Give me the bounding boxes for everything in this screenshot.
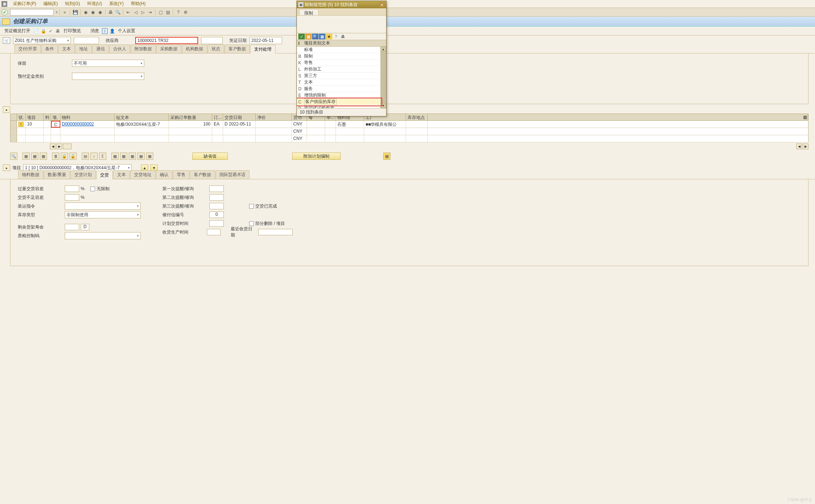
layout-icon[interactable]: ▤: [165, 9, 171, 16]
export-icon[interactable]: ▦: [120, 153, 127, 160]
messages-button[interactable]: 消息: [89, 27, 101, 35]
grid-col-header[interactable]: 库存地点: [406, 114, 428, 120]
grid-col-header[interactable]: 订...: [212, 114, 223, 120]
popup-list-item[interactable]: 标准: [297, 47, 386, 53]
popup-list-item[interactable]: C客户供应的库存: [297, 99, 386, 105]
tab-purchase-data[interactable]: 采购数据: [156, 44, 182, 53]
cart-icon[interactable]: 🛒: [3, 37, 10, 44]
popup-tool4-icon[interactable]: ★: [326, 34, 332, 39]
print-icon[interactable]: 🖶: [107, 9, 114, 16]
check-icon[interactable]: ✓: [48, 28, 54, 34]
table-row[interactable]: !10CD000000000002电极/30X20X44/五星-7100EAD …: [10, 121, 808, 128]
personal-settings-icon[interactable]: 👤: [109, 28, 115, 34]
first-page-icon[interactable]: ⇤: [125, 9, 132, 16]
undertol-field[interactable]: [65, 194, 79, 201]
grid-col-header[interactable]: 净价: [256, 114, 292, 120]
grid-col-header[interactable]: 料: [44, 114, 51, 120]
last-gr-field[interactable]: [258, 229, 293, 235]
lock-icon[interactable]: 🔒: [61, 153, 68, 160]
table-row[interactable]: CNY: [10, 135, 808, 142]
grid-col-header[interactable]: 采购订单数量: [169, 114, 212, 120]
tab-conditions[interactable]: 条件: [41, 44, 58, 53]
popup-list-item[interactable]: E增强的限制: [297, 92, 386, 99]
command-field[interactable]: [10, 9, 54, 16]
popup-ok-icon[interactable]: ✓: [298, 34, 305, 39]
tab-customer-data2[interactable]: 客户数据: [190, 170, 215, 179]
last-page-icon[interactable]: ⇥: [147, 9, 153, 16]
expand-header-icon[interactable]: ▸: [3, 106, 10, 113]
vendor-field[interactable]: 10000021 TR32: [135, 37, 198, 44]
filter-icon[interactable]: ▤: [82, 153, 89, 160]
info-icon[interactable]: i: [102, 28, 108, 34]
reminder3-field[interactable]: [209, 203, 224, 209]
sort-icon[interactable]: ↕: [90, 153, 98, 160]
shelflife-field[interactable]: [65, 224, 79, 230]
scroll-thumb[interactable]: [63, 144, 72, 149]
tab-delivery[interactable]: 交货: [96, 171, 113, 179]
vendor-extra-field[interactable]: [201, 37, 223, 44]
popup-tool3-icon[interactable]: ▦: [319, 34, 325, 39]
tab-address[interactable]: 地址: [75, 44, 92, 53]
grid-col-header[interactable]: 物料: [60, 114, 115, 120]
gr-proc-field[interactable]: [207, 229, 221, 235]
personal-settings-button[interactable]: 个人设置: [116, 27, 137, 35]
dunning-field[interactable]: 0: [209, 212, 224, 218]
expand-item-icon[interactable]: ▸: [3, 165, 10, 171]
table-row[interactable]: CNY: [10, 128, 808, 135]
variant-icon[interactable]: ▦: [146, 153, 153, 160]
shipinstr-combo[interactable]: ▾: [65, 202, 141, 210]
popup-tab-restrict[interactable]: 限制: [299, 9, 319, 15]
tab-material-data[interactable]: 物料数据: [18, 170, 43, 179]
menu-help[interactable]: 帮助(H): [127, 0, 149, 8]
unlock-icon[interactable]: 🔓: [69, 153, 77, 160]
popup-print-icon[interactable]: 🖶: [340, 34, 346, 39]
reminder1-field[interactable]: [209, 185, 224, 192]
tab-additional-data[interactable]: 附加数据: [131, 44, 156, 53]
tab-communication[interactable]: 通信: [92, 44, 109, 53]
tab-delivery-addr[interactable]: 交货地址: [130, 170, 155, 179]
insert-icon[interactable]: ▦: [22, 153, 30, 160]
tab-partners[interactable]: 合伙人: [109, 44, 130, 53]
popup-list-item[interactable]: S第三方: [297, 73, 386, 79]
popup-tool1-icon[interactable]: ▦: [305, 34, 312, 39]
planned-deliv-field[interactable]: [209, 220, 224, 227]
addl-planning-button[interactable]: 附加计划编制: [292, 153, 341, 160]
menu-env[interactable]: 环境(U): [84, 0, 106, 8]
scroll-left2-icon[interactable]: ◀: [796, 144, 802, 149]
grid-col-header[interactable]: 短文本: [115, 114, 169, 120]
popup-list-item[interactable]: K寄售: [297, 60, 386, 66]
stocktype-combo[interactable]: 非限制使用▾: [65, 211, 141, 218]
overtol-field[interactable]: [65, 185, 79, 192]
po-number-field[interactable]: [74, 37, 99, 44]
copy-icon[interactable]: ▦: [31, 153, 38, 160]
grid-col-header[interactable]: 交货日期: [223, 114, 256, 120]
print-preview-icon[interactable]: 🖶: [55, 28, 61, 34]
save-icon[interactable]: 💾: [72, 9, 78, 16]
enter-button[interactable]: ✓: [1, 9, 8, 16]
tab-payment[interactable]: 支付处理: [250, 45, 276, 54]
more-icon[interactable]: ▦: [129, 153, 136, 160]
tab-texts2[interactable]: 文本: [113, 170, 130, 179]
scroll-right-icon[interactable]: ▶: [56, 144, 62, 149]
tab-org-data[interactable]: 机构数据: [182, 44, 207, 53]
popup-list-item[interactable]: L外协加工: [297, 66, 386, 73]
qa-combo[interactable]: ▾: [65, 232, 141, 239]
popup-list-item[interactable]: P返回式运输包装: [297, 105, 386, 108]
menu-po[interactable]: 采购订单(P): [9, 0, 40, 8]
popup-close-button[interactable]: ✕: [379, 2, 385, 7]
po-type-combo[interactable]: Z001 生产性物料采购▾: [13, 37, 71, 44]
scroll-right2-icon[interactable]: ▶: [803, 144, 808, 149]
tab-texts[interactable]: 文本: [58, 44, 75, 53]
back2-icon[interactable]: ◉: [82, 9, 89, 16]
tab-retail[interactable]: 零售: [173, 170, 189, 179]
hold-icon[interactable]: 🔒: [40, 28, 46, 34]
cancel-icon[interactable]: ◉: [97, 9, 103, 16]
popup-list-item[interactable]: T文本: [297, 79, 386, 86]
settings-icon[interactable]: ⚙: [182, 9, 189, 16]
docdate-field[interactable]: 2022-05-11: [249, 37, 282, 44]
rfq-icon[interactable]: ▦: [383, 153, 391, 160]
tab-delivery-sched[interactable]: 交货计划: [71, 170, 96, 179]
menu-system[interactable]: 系统(Y): [106, 0, 127, 8]
unlimited-checkbox[interactable]: [90, 187, 95, 191]
delete-icon[interactable]: 🗑: [52, 153, 59, 160]
